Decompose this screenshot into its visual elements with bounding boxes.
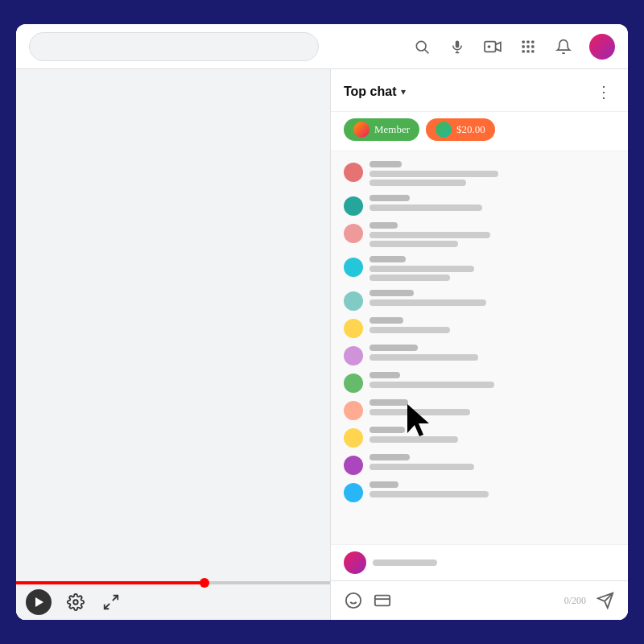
video-controls bbox=[16, 584, 330, 620]
svg-rect-8 bbox=[522, 40, 525, 43]
money-filter-pill[interactable]: $20.00 bbox=[426, 118, 495, 141]
top-icons bbox=[412, 34, 615, 60]
message-bar bbox=[369, 232, 490, 238]
username-bar bbox=[369, 256, 406, 262]
username-bar bbox=[369, 161, 402, 167]
message-content bbox=[369, 317, 615, 336]
avatar bbox=[344, 428, 363, 448]
member-filter-label: Member bbox=[374, 123, 410, 136]
chat-filter-row: Member $20.00 bbox=[331, 112, 628, 151]
list-item bbox=[331, 158, 628, 192]
message-bar bbox=[369, 327, 450, 333]
search-bar[interactable] bbox=[29, 32, 319, 61]
avatar bbox=[344, 319, 363, 338]
chat-more-button[interactable]: ⋮ bbox=[592, 79, 615, 105]
play-button[interactable] bbox=[26, 589, 52, 615]
message-bar bbox=[369, 354, 478, 361]
chat-area: Top chat ▾ ⋮ Member $20.00 bbox=[330, 69, 628, 620]
message-bar bbox=[369, 491, 489, 497]
message-content bbox=[369, 481, 615, 500]
message-bar bbox=[369, 436, 458, 443]
username-bar bbox=[369, 372, 400, 378]
message-content bbox=[369, 290, 615, 308]
member-avatar bbox=[353, 122, 369, 138]
list-item bbox=[331, 423, 628, 451]
username-bar bbox=[369, 195, 410, 201]
current-user-message bbox=[331, 544, 628, 580]
user-avatar[interactable] bbox=[589, 34, 615, 60]
message-content bbox=[369, 345, 615, 363]
svg-rect-11 bbox=[522, 45, 525, 47]
fullscreen-icon[interactable] bbox=[100, 591, 122, 613]
progress-dot bbox=[200, 578, 209, 588]
list-item bbox=[331, 451, 628, 478]
svg-rect-9 bbox=[526, 40, 529, 43]
current-user-text bbox=[373, 559, 437, 566]
avatar bbox=[344, 291, 363, 311]
avatar bbox=[344, 346, 363, 365]
username-bar bbox=[369, 345, 418, 351]
emoji-button[interactable] bbox=[341, 588, 366, 613]
search-icon[interactable] bbox=[412, 37, 431, 56]
message-content bbox=[369, 256, 615, 283]
svg-line-1 bbox=[425, 49, 429, 53]
message-bar bbox=[369, 299, 486, 306]
username-bar bbox=[369, 427, 405, 433]
char-count: 0/200 bbox=[564, 595, 586, 607]
avatar bbox=[344, 456, 363, 475]
play-icon bbox=[35, 597, 43, 607]
money-filter-label: $20.00 bbox=[456, 123, 485, 136]
mic-icon[interactable] bbox=[448, 37, 467, 56]
svg-rect-15 bbox=[526, 50, 529, 52]
chat-dropdown-icon[interactable]: ▾ bbox=[401, 86, 406, 98]
message-bar-2 bbox=[369, 180, 466, 186]
avatar bbox=[344, 224, 363, 243]
message-bar bbox=[369, 464, 474, 470]
list-item bbox=[331, 287, 628, 314]
username-bar bbox=[369, 222, 398, 229]
svg-point-0 bbox=[416, 41, 426, 51]
input-icons bbox=[341, 588, 395, 613]
avatar bbox=[344, 401, 363, 420]
super-chat-button[interactable] bbox=[369, 588, 395, 613]
member-filter-pill[interactable]: Member bbox=[344, 118, 419, 141]
video-area bbox=[16, 69, 330, 620]
chat-input-area: 0/200 bbox=[331, 580, 628, 620]
avatar bbox=[344, 258, 363, 277]
list-item bbox=[331, 478, 628, 506]
svg-rect-13 bbox=[531, 45, 534, 47]
avatar bbox=[344, 483, 363, 502]
message-bar-2 bbox=[369, 275, 450, 281]
svg-rect-2 bbox=[456, 40, 460, 47]
list-item bbox=[331, 369, 628, 396]
message-bar bbox=[369, 382, 494, 388]
video-player-wrapper bbox=[16, 69, 330, 581]
svg-point-21 bbox=[346, 593, 361, 608]
main-content: Top chat ▾ ⋮ Member $20.00 bbox=[16, 69, 628, 620]
list-item bbox=[331, 396, 628, 423]
send-button[interactable] bbox=[592, 588, 618, 613]
svg-rect-14 bbox=[522, 50, 525, 52]
avatar bbox=[344, 163, 363, 182]
svg-line-19 bbox=[105, 604, 109, 609]
chat-title-row: Top chat ▾ bbox=[344, 85, 406, 99]
avatar bbox=[344, 196, 363, 216]
apps-grid-icon[interactable] bbox=[518, 37, 538, 56]
settings-icon[interactable] bbox=[64, 591, 87, 613]
list-item bbox=[331, 314, 628, 341]
create-video-icon[interactable] bbox=[483, 37, 502, 56]
top-bar bbox=[16, 24, 628, 69]
progress-bar[interactable] bbox=[16, 581, 330, 584]
bell-icon[interactable] bbox=[554, 37, 573, 56]
message-content bbox=[369, 161, 615, 188]
username-bar bbox=[369, 399, 408, 406]
username-bar bbox=[369, 454, 410, 460]
message-content bbox=[369, 399, 615, 418]
svg-line-18 bbox=[113, 596, 118, 601]
message-content bbox=[369, 427, 615, 445]
message-bar bbox=[369, 266, 474, 272]
message-bar bbox=[369, 204, 482, 211]
chat-messages[interactable] bbox=[331, 151, 628, 544]
chat-input-row: 0/200 bbox=[341, 588, 618, 613]
username-bar bbox=[369, 317, 403, 324]
